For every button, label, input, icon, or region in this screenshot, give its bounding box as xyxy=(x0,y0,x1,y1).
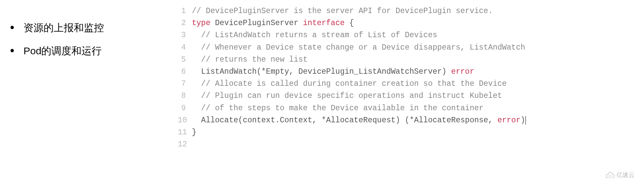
cloud-icon xyxy=(606,172,614,178)
code-token: error xyxy=(451,67,474,76)
code-line: 8 // Plugin can run device specific oper… xyxy=(178,90,644,102)
code-content: // of the steps to make the Device avail… xyxy=(192,102,644,114)
code-line: 9 // of the steps to make the Device ava… xyxy=(178,102,644,114)
code-line: 5 // returns the new list xyxy=(178,54,644,66)
line-number: 1 xyxy=(178,5,192,17)
code-token: interface xyxy=(303,19,344,27)
code-content: // Whenever a Device state change or a D… xyxy=(192,42,644,54)
code-token: // Plugin can run device specific operat… xyxy=(201,92,502,100)
code-token: type xyxy=(192,19,210,27)
code-token: { xyxy=(349,19,354,27)
code-content: type DevicePluginServer interface { xyxy=(192,17,644,29)
code-content: // returns the new list xyxy=(192,54,644,66)
code-line: 12 xyxy=(178,138,644,150)
code-token: ListAndWatch(*Empty, DevicePlugin_ListAn… xyxy=(201,67,451,76)
code-line: 4 // Whenever a Device state change or a… xyxy=(178,42,644,54)
code-token: // Whenever a Device state change or a D… xyxy=(201,43,525,52)
line-number: 11 xyxy=(178,126,192,138)
watermark-text: 亿速云 xyxy=(616,171,635,179)
svg-point-1 xyxy=(610,175,611,176)
code-content: Allocate(context.Context, *AllocateReque… xyxy=(192,114,644,126)
code-line: 1// DevicePluginServer is the server API… xyxy=(178,5,644,17)
code-block: 1// DevicePluginServer is the server API… xyxy=(174,0,644,183)
bullet-item-1: Pod的调度和运行 xyxy=(10,43,174,58)
line-number: 8 xyxy=(178,90,192,102)
watermark: 亿速云 xyxy=(606,171,635,179)
line-number: 6 xyxy=(178,66,192,78)
code-line: 7 // Allocate is called during container… xyxy=(178,78,644,90)
code-token: // DevicePluginServer is the server API … xyxy=(192,7,493,15)
code-content: } xyxy=(192,126,644,138)
bullet-item-0: 资源的上报和监控 xyxy=(10,20,174,35)
code-content: // DevicePluginServer is the server API … xyxy=(192,5,644,17)
code-token: // returns the new list xyxy=(201,55,308,64)
code-token: DevicePluginServer xyxy=(215,19,303,27)
code-content: // Plugin can run device specific operat… xyxy=(192,90,644,102)
code-content: // Allocate is called during container c… xyxy=(192,78,644,90)
code-line: 10 Allocate(context.Context, *AllocateRe… xyxy=(178,114,644,126)
line-number: 7 xyxy=(178,78,192,90)
code-token: error xyxy=(497,116,521,125)
line-number: 9 xyxy=(178,102,192,114)
code-token: // of the steps to make the Device avail… xyxy=(201,104,484,113)
line-number: 4 xyxy=(178,42,192,54)
code-token: } xyxy=(192,128,197,137)
code-token: Allocate(context.Context, *AllocateReque… xyxy=(201,116,497,125)
left-panel: 资源的上报和监控Pod的调度和运行 xyxy=(0,0,174,183)
line-number: 3 xyxy=(178,29,192,41)
line-number: 12 xyxy=(178,138,192,150)
svg-point-0 xyxy=(608,175,609,176)
code-content: ListAndWatch(*Empty, DevicePlugin_ListAn… xyxy=(192,66,644,78)
code-token: // ListAndWatch returns a stream of List… xyxy=(201,31,437,40)
code-line: 2type DevicePluginServer interface { xyxy=(178,17,644,29)
code-token: ) xyxy=(521,116,526,125)
code-line: 6 ListAndWatch(*Empty, DevicePlugin_List… xyxy=(178,66,644,78)
line-number: 5 xyxy=(178,54,192,66)
code-line: 3 // ListAndWatch returns a stream of Li… xyxy=(178,29,644,41)
line-number: 2 xyxy=(178,17,192,29)
code-content: // ListAndWatch returns a stream of List… xyxy=(192,29,644,41)
code-content xyxy=(192,138,644,150)
bullet-list: 资源的上报和监控Pod的调度和运行 xyxy=(10,20,174,58)
code-token: // Allocate is called during container c… xyxy=(201,79,507,88)
code-line: 11} xyxy=(178,126,644,138)
line-number: 10 xyxy=(178,114,192,126)
